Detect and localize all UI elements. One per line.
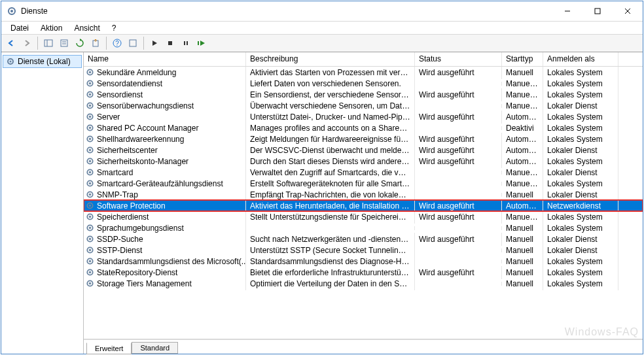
gear-icon bbox=[6, 57, 15, 66]
service-row[interactable]: SSDP-SucheSucht nach Netzwerkgeräten und… bbox=[84, 233, 643, 245]
minimize-button[interactable] bbox=[552, 1, 582, 21]
service-row[interactable]: SensordatendienstLiefert Daten von versc… bbox=[84, 78, 643, 89]
tab-extended[interactable]: Erweitert bbox=[86, 343, 132, 354]
service-status: Wird ausgeführt bbox=[415, 199, 502, 212]
service-status bbox=[415, 104, 502, 108]
service-status bbox=[415, 260, 502, 263]
service-name: Sicherheitscenter bbox=[97, 146, 158, 155]
service-name: Sekundäre Anmeldung bbox=[97, 68, 176, 77]
col-logon[interactable]: Anmelden als bbox=[543, 52, 618, 66]
service-row[interactable]: SprachumgebungsdienstManuellLokales Syst… bbox=[84, 222, 643, 233]
service-status bbox=[415, 226, 502, 230]
menu-view[interactable]: Ansicht bbox=[69, 22, 105, 34]
svg-point-54 bbox=[88, 249, 90, 251]
svg-point-56 bbox=[88, 260, 90, 262]
svg-point-26 bbox=[88, 93, 90, 95]
help-button[interactable]: ? bbox=[110, 36, 124, 50]
service-row[interactable]: SmartcardVerwaltet den Zugriff auf Smart… bbox=[84, 167, 643, 178]
app-icon bbox=[7, 6, 17, 16]
svg-point-50 bbox=[88, 227, 90, 229]
service-name: StateRepository-Dienst bbox=[97, 268, 177, 277]
gear-icon bbox=[85, 268, 94, 277]
gear-icon bbox=[85, 201, 94, 211]
service-row[interactable]: SNMP-TrapEmpfängt Trap-Nachrichten, die … bbox=[84, 189, 643, 200]
service-status: Wird ausgeführt bbox=[415, 110, 502, 124]
gear-icon bbox=[85, 190, 94, 199]
gear-icon bbox=[85, 168, 94, 177]
service-row[interactable]: ShellhardwareerkennungZeigt Meldungen fü… bbox=[84, 133, 643, 144]
menubar: Datei Aktion Ansicht ? bbox=[1, 21, 643, 34]
tab-standard[interactable]: Standard bbox=[132, 342, 178, 354]
close-button[interactable] bbox=[613, 1, 643, 21]
gear-icon bbox=[85, 235, 94, 244]
properties-button[interactable] bbox=[57, 36, 71, 50]
svg-point-40 bbox=[88, 171, 90, 173]
svg-point-52 bbox=[88, 238, 90, 240]
service-status: Wird ausgeführt bbox=[415, 67, 502, 79]
main-pane: Name Beschreibung Status Starttyp Anmeld… bbox=[84, 52, 643, 354]
svg-point-46 bbox=[88, 205, 90, 207]
col-name[interactable]: Name bbox=[84, 52, 246, 66]
forward-button[interactable] bbox=[20, 36, 34, 50]
col-description[interactable]: Beschreibung bbox=[246, 52, 415, 66]
action-button[interactable] bbox=[126, 36, 140, 50]
gear-icon bbox=[85, 90, 94, 99]
service-row[interactable]: Software ProtectionAktiviert das Herunte… bbox=[84, 200, 643, 211]
titlebar: Dienste bbox=[1, 1, 643, 21]
export-button[interactable] bbox=[88, 36, 103, 50]
gear-icon bbox=[85, 257, 94, 266]
service-status bbox=[415, 126, 502, 130]
menu-help[interactable]: ? bbox=[107, 22, 122, 34]
service-name: Storage Tiers Management bbox=[97, 279, 192, 288]
gear-icon bbox=[85, 101, 94, 110]
service-row[interactable]: StateRepository-DienstBietet die erforde… bbox=[84, 267, 643, 278]
service-name: SSDP-Suche bbox=[97, 235, 143, 244]
col-status[interactable]: Status bbox=[415, 52, 502, 66]
service-list[interactable]: Name Beschreibung Status Starttyp Anmeld… bbox=[84, 52, 643, 339]
stop-service-button[interactable] bbox=[163, 36, 177, 50]
service-name: Sprachumgebungsdienst bbox=[97, 224, 184, 233]
service-name: Server bbox=[97, 112, 120, 122]
menu-file[interactable]: Datei bbox=[5, 22, 34, 34]
svg-text:?: ? bbox=[115, 40, 119, 47]
svg-rect-3 bbox=[595, 8, 600, 14]
gear-icon bbox=[85, 246, 94, 255]
service-row[interactable]: Storage Tiers ManagementOptimiert die Ve… bbox=[84, 278, 643, 289]
service-row[interactable]: SensordienstEin Sensordienst, der versch… bbox=[84, 89, 643, 100]
service-name: Smartcard-Geräteaufzählungsdienst bbox=[97, 179, 223, 188]
tree-root-item[interactable]: Dienste (Lokal) bbox=[3, 55, 82, 68]
service-row[interactable]: SpeicherdienstStellt Unterstützungsdiens… bbox=[84, 211, 643, 222]
back-button[interactable] bbox=[4, 36, 18, 50]
service-row[interactable]: Sicherheitskonto-ManagerDurch den Start … bbox=[84, 156, 643, 167]
gear-icon bbox=[85, 68, 94, 77]
col-starttype[interactable]: Starttyp bbox=[502, 52, 543, 66]
pause-service-button[interactable] bbox=[179, 36, 193, 50]
svg-point-20 bbox=[10, 61, 12, 63]
svg-point-30 bbox=[88, 116, 90, 118]
tree-pane[interactable]: Dienste (Lokal) bbox=[1, 52, 84, 354]
list-body[interactable]: Sekundäre AnmeldungAktiviert das Starten… bbox=[84, 67, 643, 339]
maximize-button[interactable] bbox=[582, 1, 613, 21]
service-status bbox=[415, 193, 502, 197]
service-row[interactable]: Standardsammlungsdienst des Microsoft(..… bbox=[84, 256, 643, 267]
service-row[interactable]: Shared PC Account ManagerManages profile… bbox=[84, 122, 643, 133]
service-row[interactable]: SSTP-DienstUnterstützt SSTP (Secure Sock… bbox=[84, 245, 643, 256]
service-name: Software Protection bbox=[97, 201, 166, 211]
service-row[interactable]: ServerUnterstützt Datei-, Drucker- und N… bbox=[84, 111, 643, 122]
service-row[interactable]: SicherheitscenterDer WSCSVC-Dienst überw… bbox=[84, 144, 643, 156]
svg-point-42 bbox=[88, 182, 90, 184]
gear-icon bbox=[85, 79, 94, 88]
refresh-button[interactable] bbox=[73, 36, 87, 50]
menu-action[interactable]: Aktion bbox=[35, 22, 67, 34]
gear-icon bbox=[85, 124, 94, 133]
gear-icon bbox=[85, 146, 94, 155]
service-row[interactable]: SensorüberwachungsdienstÜberwacht versch… bbox=[84, 100, 643, 111]
svg-point-1 bbox=[10, 10, 13, 12]
service-row[interactable]: Sekundäre AnmeldungAktiviert das Starten… bbox=[84, 67, 643, 78]
service-row[interactable]: Smartcard-GeräteaufzählungsdienstErstell… bbox=[84, 178, 643, 189]
svg-rect-18 bbox=[198, 41, 199, 45]
start-service-button[interactable] bbox=[147, 36, 162, 50]
service-name: Shared PC Account Manager bbox=[97, 124, 198, 133]
restart-service-button[interactable] bbox=[194, 36, 209, 50]
show-hide-tree-button[interactable] bbox=[41, 36, 56, 50]
